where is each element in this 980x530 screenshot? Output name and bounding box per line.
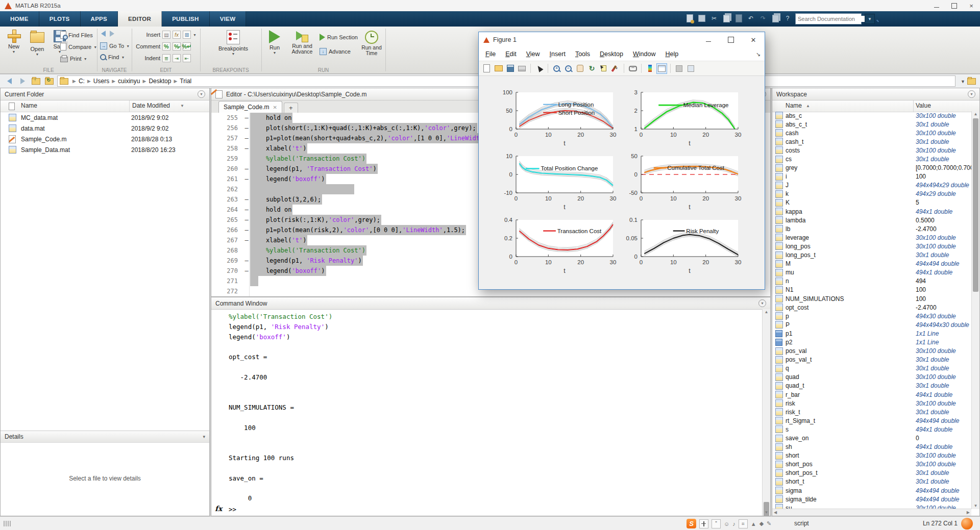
close-button[interactable]: × xyxy=(963,0,980,11)
edit-cursor-icon[interactable] xyxy=(534,63,545,74)
figure-menu-help[interactable]: Help xyxy=(665,51,678,58)
run-and-time-button[interactable]: Run and Time xyxy=(359,29,384,56)
mic-icon[interactable]: ♪ xyxy=(732,521,736,527)
figure-minimize-button[interactable] xyxy=(697,32,720,47)
workspace-variable-row[interactable]: short_pos_t30x1 double xyxy=(772,469,971,477)
close-tab-icon[interactable]: ✕ xyxy=(273,105,277,110)
minimize-button[interactable] xyxy=(928,0,945,11)
workspace-variable-row[interactable]: P494x494x30 double xyxy=(772,320,971,329)
ribbon-tab-home[interactable]: HOME xyxy=(0,11,39,27)
workspace-scrollbar[interactable]: ▲ ▼ xyxy=(971,111,979,509)
compare-button[interactable]: Compare▼ xyxy=(60,42,97,51)
breakpoints-button[interactable]: Breakpoints▼ xyxy=(219,29,248,56)
workspace-variable-row[interactable]: M494x494 double xyxy=(772,260,971,268)
find-button[interactable]: Find▼ xyxy=(100,54,125,60)
find-files-button[interactable]: Find Files xyxy=(60,31,93,39)
open-button[interactable]: Open▼ xyxy=(26,29,49,56)
command-window-menu-icon[interactable]: ▼ xyxy=(758,299,766,307)
ribbon-tab-publish[interactable]: PUBLISH xyxy=(162,11,210,27)
workspace-variable-row[interactable]: kappa494x1 double xyxy=(772,207,971,216)
ribbon-tab-apps[interactable]: APPS xyxy=(81,11,118,27)
workspace-variable-row[interactable]: long_pos_t30x1 double xyxy=(772,251,971,260)
figure-menu-file[interactable]: File xyxy=(485,51,496,58)
breadcrumb-item[interactable]: Trial xyxy=(180,78,191,85)
insert-fi-icon[interactable]: ⊞ xyxy=(183,31,191,39)
workspace-variable-row[interactable]: s494x1 double xyxy=(772,425,971,434)
workspace-column-header[interactable]: Name ▲ Value xyxy=(772,100,979,112)
insert-legend-icon[interactable] xyxy=(656,63,667,74)
uncomment-icon[interactable]: %̷ xyxy=(173,42,181,51)
workspace-scrollbar-thumb[interactable] xyxy=(973,118,978,292)
folder-up-icon[interactable] xyxy=(32,78,40,85)
figure-menu-tools[interactable]: Tools xyxy=(575,51,590,58)
workspace-variable-row[interactable]: lb-2.4700 xyxy=(772,224,971,233)
comment-row[interactable]: Comment % %̷ %↵ xyxy=(135,42,197,51)
redo-icon[interactable]: ↷ xyxy=(758,13,768,23)
new-figure-icon[interactable] xyxy=(481,63,492,74)
search-documentation-input[interactable] xyxy=(796,16,872,22)
breadcrumb-item[interactable]: C: xyxy=(79,78,85,85)
smart-indent-icon[interactable]: ≣ xyxy=(162,54,170,62)
save-icon[interactable] xyxy=(697,13,707,23)
workspace-variable-row[interactable]: quad30x100 double xyxy=(772,373,971,382)
ribbon-tab-plots[interactable]: PLOTS xyxy=(39,11,81,27)
workspace-variable-row[interactable]: abs_c30x100 double xyxy=(772,111,971,120)
breadcrumb-item[interactable]: Desktop xyxy=(149,78,171,85)
hide-plot-tools-icon[interactable] xyxy=(674,63,684,74)
dock-figure-icon[interactable]: ↘ xyxy=(756,51,761,58)
workspace-variable-row[interactable]: k494x29 double xyxy=(772,190,971,198)
current-folder-menu-icon[interactable]: ▼ xyxy=(198,90,205,98)
rotate-3d-icon[interactable]: ↻ xyxy=(586,63,597,74)
data-cursor-icon[interactable] xyxy=(598,63,609,74)
new-script-icon[interactable] xyxy=(684,13,695,23)
brush-icon[interactable]: ▾ xyxy=(610,63,621,74)
indent-right-icon[interactable]: ⇥ xyxy=(173,54,181,62)
help-icon[interactable]: ? xyxy=(782,13,793,23)
command-window-scrollbar[interactable]: ▲ ▼ xyxy=(762,309,770,516)
current-folder-column-header[interactable]: Name Date Modified ▼ xyxy=(1,100,209,112)
indent-row[interactable]: Indent ≣ ⇥ ⇤ xyxy=(135,54,197,62)
run-and-advance-button[interactable]: Run and Advance xyxy=(288,29,316,55)
paste-icon[interactable] xyxy=(733,13,744,23)
new-tab-button[interactable]: + xyxy=(284,103,298,113)
sogou-input-icon[interactable]: S xyxy=(687,519,696,528)
workspace-variable-row[interactable]: cash30x100 double xyxy=(772,129,971,137)
figure-menu-insert[interactable]: Insert xyxy=(550,51,566,58)
workspace-hscrollbar[interactable]: ◀ ▶ xyxy=(772,509,971,516)
punctuation-icon[interactable]: ” xyxy=(712,519,721,528)
workspace-variable-row[interactable]: sh494x1 double xyxy=(772,443,971,451)
workspace-variable-row[interactable]: grey[0.7000;0.7000;0.7000] xyxy=(772,164,971,172)
workspace-variable-row[interactable]: save_on0 xyxy=(772,434,971,442)
switch-windows-icon[interactable] xyxy=(770,13,780,23)
chinese-mode-icon[interactable] xyxy=(699,519,708,528)
advance-button[interactable]: ↓ Advance xyxy=(320,48,351,55)
workspace-variable-row[interactable]: cs30x1 double xyxy=(772,155,971,163)
folder-back-icon[interactable] xyxy=(7,78,12,84)
workspace-variable-row[interactable]: r_bar494x1 double xyxy=(772,390,971,399)
zoom-out-icon[interactable]: − xyxy=(563,63,574,74)
workspace-variable-row[interactable]: short_t30x1 double xyxy=(772,477,971,486)
workspace-menu-icon[interactable]: ▼ xyxy=(968,90,975,98)
pencil-icon[interactable]: ✎ xyxy=(767,520,771,527)
print-button[interactable]: Print▼ xyxy=(60,54,87,63)
workspace-variable-row[interactable]: NUM_SIMULATIONS100 xyxy=(772,294,971,303)
pan-icon[interactable] xyxy=(575,63,585,74)
emoji-icon[interactable]: ☺ xyxy=(724,521,729,527)
workspace-variable-row[interactable]: sigma_tilde494x494 double xyxy=(772,495,971,503)
breadcrumb-item[interactable]: cuixinyu xyxy=(118,78,140,85)
workspace-variable-row[interactable]: costs30x100 double xyxy=(772,146,971,155)
workspace-variable-row[interactable]: J494x494x29 double xyxy=(772,181,971,190)
breadcrumb-dropdown-icon[interactable]: ▼ xyxy=(961,79,965,84)
details-expand-icon[interactable]: ▾ xyxy=(203,434,205,439)
file-row[interactable]: MC_data.mat2018/9/2 9:02 xyxy=(1,112,209,123)
breadcrumb-item[interactable]: Users xyxy=(93,78,109,85)
figure-maximize-button[interactable] xyxy=(720,32,742,47)
shield-icon[interactable]: ◆ xyxy=(760,520,764,527)
indent-left-icon[interactable]: ⇤ xyxy=(183,54,191,62)
figure-menu-window[interactable]: Window xyxy=(633,51,655,58)
workspace-variable-row[interactable]: K5 xyxy=(772,198,971,207)
file-row[interactable]: Sample_Code.m2018/8/28 0:13 xyxy=(1,134,209,144)
figure-window[interactable]: Figure 1 ✕ FileEditViewInsertToolsDeskto… xyxy=(478,32,765,290)
run-button[interactable]: Run▼ xyxy=(264,29,285,55)
cut-icon[interactable]: ✂ xyxy=(709,13,719,23)
